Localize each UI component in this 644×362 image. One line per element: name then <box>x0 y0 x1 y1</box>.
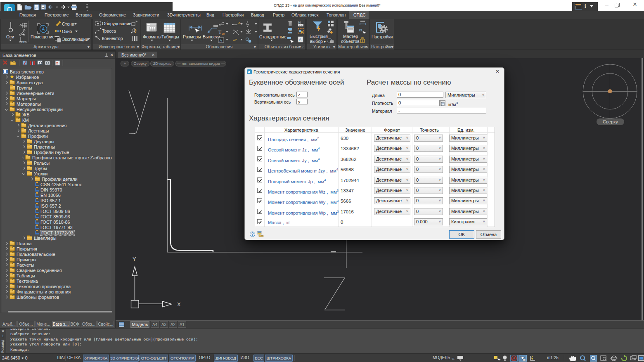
svg-text:Y: Y <box>133 256 136 262</box>
svg-text:сп: сп <box>222 32 225 35</box>
svg-text:A: A <box>220 38 222 43</box>
svg-text:Сверху: Сверху <box>603 119 618 124</box>
svg-text:A: A <box>299 38 301 42</box>
svg-text:X: X <box>177 301 181 308</box>
svg-text:A: A <box>42 26 45 31</box>
svg-text:36: 36 <box>298 21 301 24</box>
svg-text:T: T <box>218 29 222 35</box>
svg-text:2: 2 <box>56 61 58 65</box>
